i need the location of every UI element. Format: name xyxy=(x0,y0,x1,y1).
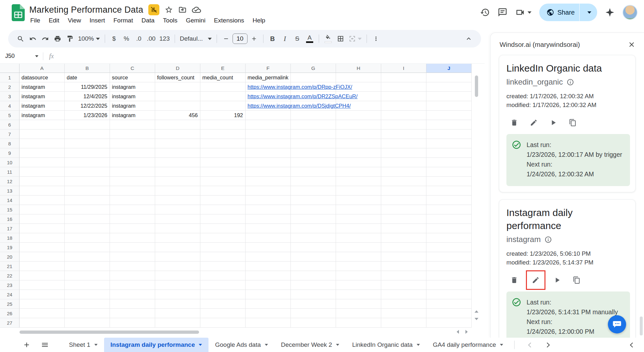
cell-J18[interactable] xyxy=(426,233,472,243)
menu-help[interactable]: Help xyxy=(249,16,269,25)
edit-button[interactable] xyxy=(526,115,542,130)
cell-A13[interactable] xyxy=(20,186,65,196)
cell-D17[interactable] xyxy=(155,224,200,233)
move-folder-icon[interactable] xyxy=(178,6,187,14)
menu-insert[interactable]: Insert xyxy=(86,16,109,25)
cell-I20[interactable] xyxy=(381,252,426,262)
column-header-E[interactable]: E xyxy=(200,64,246,73)
close-sidebar-button[interactable] xyxy=(628,41,636,48)
more-formats-button[interactable]: 123 xyxy=(158,33,171,45)
cell-D26[interactable] xyxy=(155,309,200,318)
cell-E18[interactable] xyxy=(200,233,246,243)
row-header-26[interactable]: 26 xyxy=(0,309,20,318)
cell-G16[interactable] xyxy=(291,214,336,224)
info-icon[interactable] xyxy=(567,78,574,86)
row-header-2[interactable]: 2 xyxy=(0,82,20,92)
cell-D12[interactable] xyxy=(155,177,200,186)
cell-H8[interactable] xyxy=(336,139,381,148)
cell-J24[interactable] xyxy=(426,290,472,299)
row-header-9[interactable]: 9 xyxy=(0,148,20,158)
cell-B13[interactable] xyxy=(65,186,110,196)
cell-G19[interactable] xyxy=(291,243,336,252)
row-header-1[interactable]: 1 xyxy=(0,73,20,82)
cell-E9[interactable] xyxy=(200,148,246,158)
cell-B4[interactable]: 12/22/2025 xyxy=(65,101,110,111)
cell-H6[interactable] xyxy=(336,120,381,129)
cell-J3[interactable] xyxy=(426,92,472,101)
cell-F24[interactable] xyxy=(246,290,291,299)
cell-I10[interactable] xyxy=(381,158,426,167)
cell-E22[interactable] xyxy=(200,271,246,280)
column-header-G[interactable]: G xyxy=(291,64,336,73)
cell-D6[interactable] xyxy=(155,120,200,129)
chevron-down-icon[interactable] xyxy=(94,344,98,346)
cell-A2[interactable]: instagram xyxy=(20,82,65,92)
cell-H10[interactable] xyxy=(336,158,381,167)
collapse-panel-icon[interactable] xyxy=(630,342,635,347)
cell-C1[interactable]: source xyxy=(110,73,155,82)
cell-B10[interactable] xyxy=(65,158,110,167)
chevron-down-icon[interactable] xyxy=(528,11,531,14)
cell-B15[interactable] xyxy=(65,205,110,214)
cell-J12[interactable] xyxy=(426,177,472,186)
cell-C21[interactable] xyxy=(110,262,155,271)
cell-I3[interactable] xyxy=(381,92,426,101)
cell-F3[interactable]: https://www.instagram.com/p/DR2ZSpACEuR/ xyxy=(246,92,291,101)
cell-E21[interactable] xyxy=(200,262,246,271)
cell-A14[interactable] xyxy=(20,196,65,205)
chevron-down-icon[interactable] xyxy=(336,344,339,346)
chevron-down-icon[interactable] xyxy=(417,344,420,346)
cell-G9[interactable] xyxy=(291,148,336,158)
cell-C26[interactable] xyxy=(110,309,155,318)
row-header-15[interactable]: 15 xyxy=(0,205,20,214)
cell-J26[interactable] xyxy=(426,309,472,318)
cell-D18[interactable] xyxy=(155,233,200,243)
menu-data[interactable]: Data xyxy=(138,16,158,25)
cell-I12[interactable] xyxy=(381,177,426,186)
cell-G27[interactable] xyxy=(291,318,336,328)
row-header-17[interactable]: 17 xyxy=(0,224,20,233)
hide-menus-button[interactable] xyxy=(463,33,475,45)
cell-E16[interactable] xyxy=(200,214,246,224)
text-color-button[interactable]: A xyxy=(304,33,315,45)
cell-A7[interactable] xyxy=(20,129,65,139)
cell-E8[interactable] xyxy=(200,139,246,148)
menu-extensions[interactable]: Extensions xyxy=(210,16,248,25)
share-dropdown-icon[interactable] xyxy=(587,11,591,14)
cell-I13[interactable] xyxy=(381,186,426,196)
cell-H16[interactable] xyxy=(336,214,381,224)
row-header-16[interactable]: 16 xyxy=(0,214,20,224)
menu-gemini[interactable]: Gemini xyxy=(182,16,209,25)
menu-edit[interactable]: Edit xyxy=(45,16,63,25)
cell-H23[interactable] xyxy=(336,280,381,290)
cell-I16[interactable] xyxy=(381,214,426,224)
cell-I7[interactable] xyxy=(381,129,426,139)
cell-I21[interactable] xyxy=(381,262,426,271)
cell-H22[interactable] xyxy=(336,271,381,280)
cell-G24[interactable] xyxy=(291,290,336,299)
share-button[interactable]: Share xyxy=(539,4,597,21)
cell-A16[interactable] xyxy=(20,214,65,224)
cell-H1[interactable] xyxy=(336,73,381,82)
print-button[interactable] xyxy=(52,33,63,45)
cell-H5[interactable] xyxy=(336,111,381,120)
cell-G11[interactable] xyxy=(291,167,336,177)
name-box[interactable]: J50 xyxy=(0,53,38,60)
cell-C9[interactable] xyxy=(110,148,155,158)
cell-F19[interactable] xyxy=(246,243,291,252)
cell-H9[interactable] xyxy=(336,148,381,158)
cell-I2[interactable] xyxy=(381,82,426,92)
cell-J16[interactable] xyxy=(426,214,472,224)
cell-I27[interactable] xyxy=(381,318,426,328)
tab-linkedin-organic-data[interactable]: LinkedIn Organic data xyxy=(346,338,426,352)
cell-D8[interactable] xyxy=(155,139,200,148)
row-header-25[interactable]: 25 xyxy=(0,299,20,309)
cell-D24[interactable] xyxy=(155,290,200,299)
row-header-13[interactable]: 13 xyxy=(0,186,20,196)
cell-C19[interactable] xyxy=(110,243,155,252)
cell-A4[interactable]: instagram xyxy=(20,101,65,111)
cell-E27[interactable] xyxy=(200,318,246,328)
font-size-input[interactable]: 10 xyxy=(233,34,248,44)
star-icon[interactable] xyxy=(165,6,173,14)
cell-I4[interactable] xyxy=(381,101,426,111)
